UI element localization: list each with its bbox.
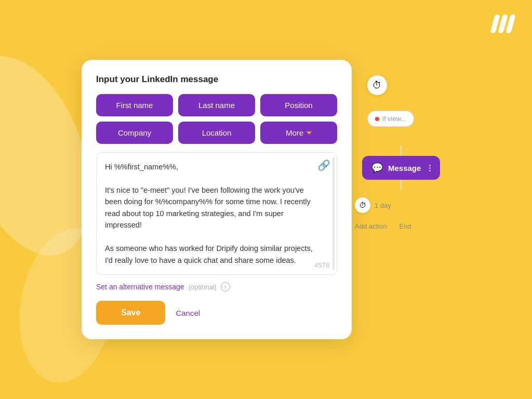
save-button[interactable]: Save xyxy=(96,301,165,325)
action-row: Save Cancel xyxy=(96,301,337,325)
end-chip[interactable]: End xyxy=(399,222,411,230)
last-name-button[interactable]: Last name xyxy=(178,94,255,116)
chevron-down-icon xyxy=(307,131,312,135)
workflow-connector: 💬 Message xyxy=(352,145,450,190)
alt-message-optional: (optional) xyxy=(189,283,217,291)
right-panel: ⏱ if view... 💬 Message ⏱ xyxy=(347,60,450,230)
more-label: More xyxy=(286,128,303,137)
message-node-icon: 💬 xyxy=(371,162,383,174)
variable-button-grid: First name Last name Position Company Lo… xyxy=(96,94,337,144)
cancel-button[interactable]: Cancel xyxy=(176,309,200,317)
modal-title: Input your LinkedIn message xyxy=(96,74,337,85)
day-text: 1 day xyxy=(375,202,391,209)
button-row-1: First name Last name Position xyxy=(96,94,337,116)
timer-glyph: ⏱ xyxy=(373,80,382,91)
condition-dot xyxy=(375,117,379,121)
condition-chip[interactable]: if view... xyxy=(367,111,414,127)
more-button[interactable]: More xyxy=(260,122,337,144)
message-textarea-wrapper: 🔗 Hi %%first_name%%, It's nice to "e-mee… xyxy=(96,152,337,275)
first-name-button[interactable]: First name xyxy=(96,94,173,116)
connector-line-middle xyxy=(401,180,402,190)
position-button[interactable]: Position xyxy=(260,94,337,116)
day-circle: ⏱ xyxy=(355,197,370,213)
info-icon[interactable]: i xyxy=(221,282,230,291)
add-action-chip[interactable]: Add action xyxy=(355,222,387,230)
company-button[interactable]: Company xyxy=(96,122,173,144)
day-delay: ⏱ 1 day xyxy=(347,197,450,213)
message-node-menu[interactable] xyxy=(429,165,431,171)
main-container: Input your LinkedIn message First name L… xyxy=(82,60,450,339)
alt-message-link[interactable]: Set an alternative message xyxy=(96,283,184,291)
timer-area: ⏱ xyxy=(347,75,450,95)
logo xyxy=(493,15,513,33)
attachment-icon[interactable]: 🔗 xyxy=(317,159,330,171)
button-row-2: Company Location More xyxy=(96,122,337,144)
char-count: 4578 xyxy=(314,261,329,269)
condition-text: if view... xyxy=(382,115,406,123)
location-button[interactable]: Location xyxy=(178,122,255,144)
message-textarea[interactable]: Hi %%first_name%%, It's nice to "e-meet"… xyxy=(97,153,337,272)
modal-card: Input your LinkedIn message First name L… xyxy=(82,60,352,339)
message-node-label: Message xyxy=(388,164,421,172)
alt-message-row: Set an alternative message (optional) i xyxy=(96,282,337,291)
timer-icon: ⏱ xyxy=(367,75,387,95)
message-node[interactable]: 💬 Message xyxy=(362,156,440,180)
bottom-actions: Add action End xyxy=(347,222,450,230)
connector-line-top xyxy=(401,145,402,156)
